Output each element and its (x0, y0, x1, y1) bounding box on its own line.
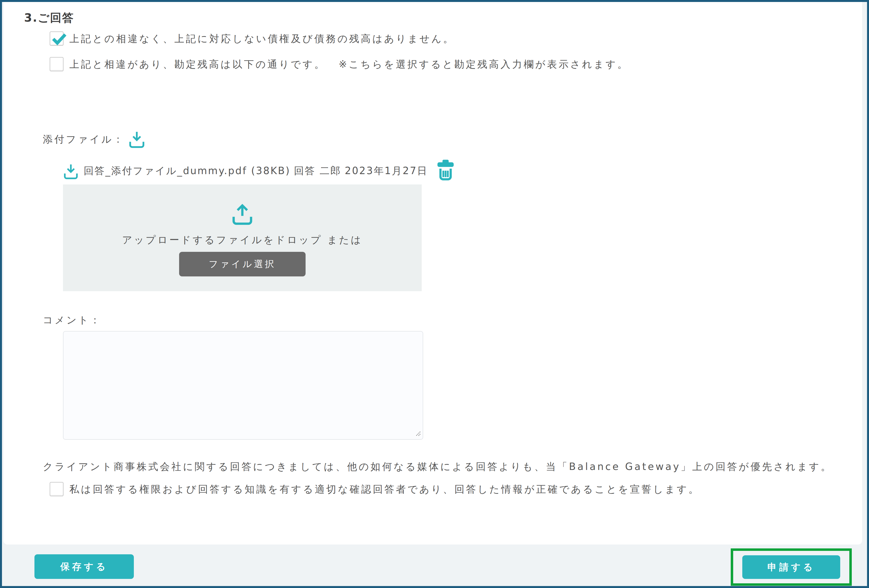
oath-label: 私は回答する権限および回答する知識を有する適切な確認回答者であり、回答した情報が… (70, 483, 700, 496)
response-form-card: 3.ご回答 上記との相違なく、上記に対応しない債権及び債務の残高はありません。 … (3, 2, 862, 545)
file-info: 回答_添付ファイル_dummy.pdf (38KB)回答 二郎2023年1月27… (84, 164, 428, 178)
download-all-icon[interactable] (128, 130, 145, 150)
trash-icon[interactable] (436, 159, 455, 182)
discrepancy-checkbox[interactable] (50, 57, 64, 71)
file-select-button[interactable]: ファイル選択 (179, 252, 305, 276)
oath-checkbox[interactable] (50, 482, 64, 496)
comment-label: コメント： (43, 313, 102, 327)
option-row-discrepancy: 上記と相違があり、勘定残高は以下の通りです。 ※こちらを選択すると勘定残高入力欄… (50, 57, 629, 71)
upload-icon (231, 201, 254, 228)
comment-area-wrap (63, 331, 423, 440)
no-discrepancy-checkbox[interactable] (50, 31, 64, 46)
file-download-icon[interactable] (63, 163, 79, 181)
file-uploader: 回答 二郎 (294, 165, 341, 176)
file-size: (38KB) (251, 165, 291, 176)
file-dropzone[interactable]: アップロードするファイルをドロップ または ファイル選択 (63, 184, 422, 291)
comment-textarea[interactable] (63, 331, 423, 440)
checkmark-icon (51, 31, 67, 46)
save-button[interactable]: 保存する (34, 554, 134, 579)
dropzone-text: アップロードするファイルをドロップ または (63, 233, 422, 247)
submit-button[interactable]: 申請する (742, 555, 840, 579)
oath-row: 私は回答する権限および回答する知識を有する適切な確認回答者であり、回答した情報が… (50, 482, 700, 496)
option-label: 上記と相違があり、勘定残高は以下の通りです。 (70, 58, 326, 71)
section-title: 3.ご回答 (24, 10, 74, 25)
priority-disclaimer: クライアント商事株式会社に関する回答につきましては、他の如何なる媒体による回答よ… (43, 460, 832, 473)
attachment-section: 添付ファイル： (43, 128, 145, 150)
action-highlight-rectangle: 申請する (731, 548, 852, 586)
attachment-label: 添付ファイル： (43, 133, 125, 146)
option-row-no-discrepancy: 上記との相違なく、上記に対応しない債権及び債務の残高はありません。 (50, 31, 455, 46)
resize-handle-icon[interactable] (414, 430, 421, 438)
attached-file-row: 回答_添付ファイル_dummy.pdf (38KB)回答 二郎2023年1月27… (63, 159, 455, 182)
file-date: 2023年1月27日 (345, 165, 428, 176)
file-name: 回答_添付ファイル_dummy.pdf (84, 165, 247, 176)
option-label: 上記との相違なく、上記に対応しない債権及び債務の残高はありません。 (70, 32, 455, 46)
option-note: ※こちらを選択すると勘定残高入力欄が表示されます。 (338, 58, 629, 71)
response-page: 3.ご回答 上記との相違なく、上記に対応しない債権及び債務の残高はありません。 … (0, 0, 869, 588)
